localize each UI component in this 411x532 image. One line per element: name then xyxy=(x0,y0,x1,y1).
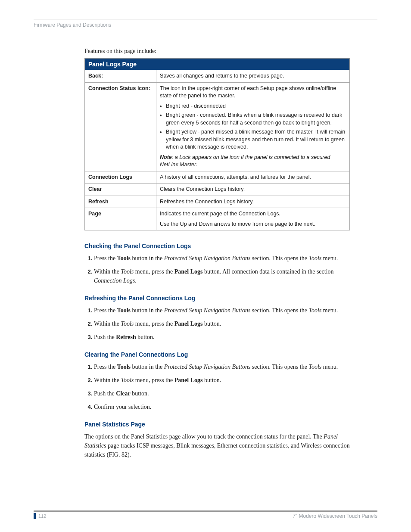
row-desc: Refreshes the Connection Logs history. xyxy=(156,196,350,208)
page-footer: 112 7" Modero Widescreen Touch Panels xyxy=(34,510,377,519)
step-item: Confirm your selection. xyxy=(94,402,350,411)
step-item: Within the Tools menu, press the Panel L… xyxy=(94,267,350,285)
steps-list: Press the Tools button in the Protected … xyxy=(84,362,350,411)
row-label: Page xyxy=(85,208,156,230)
page-accent xyxy=(34,513,36,519)
steps-list: Press the Tools button in the Protected … xyxy=(84,254,350,285)
section-heading: Panel Statistics Page xyxy=(84,421,350,428)
panel-logs-table: Panel Logs Page Back: Saves all changes … xyxy=(84,58,350,230)
footer-right-text: 7" Modero Widescreen Touch Panels xyxy=(293,513,377,519)
row-label: Refresh xyxy=(85,196,156,208)
desc-line: The icon in the upper-right corner of ea… xyxy=(160,85,346,100)
bullet-item: Bright green - connected. Blinks when a … xyxy=(166,112,346,127)
desc-line: Use the Up and Down arrows to move from … xyxy=(160,221,346,228)
table-row: Refresh Refreshes the Connection Logs hi… xyxy=(85,196,350,208)
step-item: Push the Clear button. xyxy=(94,389,350,398)
table-row: Connection Status icon: The icon in the … xyxy=(85,82,350,171)
page-number: 112 xyxy=(38,513,46,519)
running-header: Firmware Pages and Descriptions xyxy=(34,22,377,28)
step-item: Push the Refresh button. xyxy=(94,333,350,342)
section-heading: Refreshing the Panel Connections Log xyxy=(84,295,350,302)
row-desc: Clears the Connection Logs history. xyxy=(156,184,350,196)
row-label: Connection Logs xyxy=(85,171,156,184)
row-desc: The icon in the upper-right corner of ea… xyxy=(156,82,350,171)
row-label: Connection Status icon: xyxy=(85,82,156,171)
intro-text: Features on this page include: xyxy=(84,48,350,55)
section-heading: Clearing the Panel Connections Log xyxy=(84,351,350,358)
table-row: Clear Clears the Connection Logs history… xyxy=(85,184,350,196)
steps-list: Press the Tools button in the Protected … xyxy=(84,306,350,342)
step-item: Within the Tools menu, press the Panel L… xyxy=(94,376,350,385)
row-desc: A history of all connections, attempts, … xyxy=(156,171,350,184)
desc-line: Indicates the current page of the Connec… xyxy=(160,210,346,218)
row-label: Back: xyxy=(85,70,156,83)
note-line: Note: a Lock appears on the icon if the … xyxy=(160,154,346,169)
table-row: Connection Logs A history of all connect… xyxy=(85,171,350,184)
row-desc: Saves all changes and returns to the pre… xyxy=(156,70,350,83)
section-heading: Checking the Panel Connection Logs xyxy=(84,243,350,249)
bullet-item: Bright yellow - panel missed a blink mes… xyxy=(166,128,346,151)
step-item: Press the Tools button in the Protected … xyxy=(94,306,350,315)
step-item: Press the Tools button in the Protected … xyxy=(94,254,350,263)
step-item: Within the Tools menu, press the Panel L… xyxy=(94,319,350,328)
table-row: Page Indicates the current page of the C… xyxy=(85,208,350,230)
body-paragraph: The options on the Panel Statistics page… xyxy=(84,432,350,459)
table-title: Panel Logs Page xyxy=(85,59,350,70)
table-row: Back: Saves all changes and returns to t… xyxy=(85,70,350,83)
step-item: Press the Tools button in the Protected … xyxy=(94,362,350,371)
row-desc: Indicates the current page of the Connec… xyxy=(156,208,350,230)
row-label: Clear xyxy=(85,184,156,196)
bullet-item: Bright red - disconnected xyxy=(166,103,346,110)
